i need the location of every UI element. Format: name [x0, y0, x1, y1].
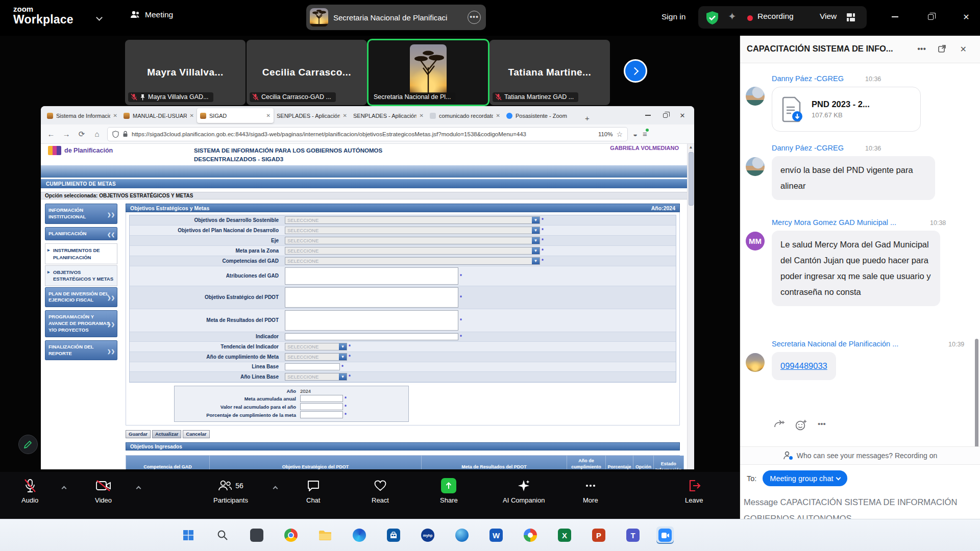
recipient-selector[interactable]: Meeting group chat: [763, 470, 847, 486]
tab-close-icon[interactable]: ✕: [343, 113, 347, 118]
sidebar-item-plan-inversion[interactable]: PLAN DE INVERSIÓN DEL EJERCICIO FISCAL❯❯: [45, 287, 117, 308]
new-tab-button[interactable]: +: [580, 114, 595, 124]
chevron-down-icon[interactable]: [96, 14, 103, 21]
leave-button[interactable]: Leave: [685, 478, 703, 504]
message-more-icon[interactable]: •••: [818, 419, 826, 431]
message-sender[interactable]: Danny Páez -CGREG: [772, 144, 844, 152]
participant-tile[interactable]: Cecilia Carrasco... Cecilia Carrasco-GAD…: [247, 40, 367, 105]
reload-icon[interactable]: ⟳: [77, 130, 87, 139]
pnd-select[interactable]: SELECCIONE▼: [285, 227, 540, 234]
browser-close-button[interactable]: ✕: [674, 109, 691, 122]
cancelar-button[interactable]: Cancelar: [183, 430, 209, 438]
ai-companion-icon[interactable]: ✦: [728, 10, 737, 22]
taskbar-app-powerpoint[interactable]: P: [590, 527, 607, 544]
taskbar-app-dark[interactable]: [248, 527, 265, 544]
emoji-reaction-icon[interactable]: [795, 419, 807, 431]
actualizar-button[interactable]: Actualizar: [152, 430, 181, 438]
security-shield-icon[interactable]: [705, 11, 719, 25]
indicador-input[interactable]: [285, 333, 458, 340]
browser-tab[interactable]: MANUAL-DE-USUARIO-SIGAD_✕: [120, 108, 197, 123]
taskbar-app-browser[interactable]: [453, 527, 471, 544]
eje-select[interactable]: SELECCIONE▼: [285, 237, 540, 244]
taskbar-app-teams[interactable]: T: [624, 527, 642, 544]
taskbar-app-myhp[interactable]: myhp: [419, 527, 436, 544]
anio-cumplimiento-select[interactable]: SELECCIONE▼: [285, 353, 347, 361]
audio-button[interactable]: Audio: [21, 478, 38, 504]
participants-button[interactable]: 56 Participants: [213, 478, 248, 504]
taskbar-app-store[interactable]: [385, 527, 402, 544]
chat-scrollbar-thumb[interactable]: [975, 339, 978, 464]
page-scrollbar[interactable]: ▲: [687, 144, 694, 469]
sidebar-item-instrumentos-planificacion[interactable]: INSTRUMENTOS DE PLANIFICACIÓN: [45, 243, 117, 264]
tab-close-icon[interactable]: ✕: [496, 113, 500, 118]
scrollbar-thumb[interactable]: [689, 152, 694, 206]
participant-tile[interactable]: Mayra Villalva... Mayra Villalva GAD...: [125, 40, 246, 105]
url-field[interactable]: https://sigad3cloud.planificacion.gob.ec…: [107, 127, 628, 141]
meta-pdot-textarea[interactable]: [285, 310, 458, 331]
sidebar-item-planificacion[interactable]: PLANIFICACIÓN❮❮: [45, 227, 117, 241]
sidebar-item-programacion-avance[interactable]: PROGRAMACIÓN Y AVANCE DE PROGRAMAS Y/O P…: [45, 310, 117, 337]
visibility-notice[interactable]: Who can see your messages? Recording on: [740, 446, 980, 465]
guardar-button[interactable]: Guardar: [126, 430, 151, 438]
pop-out-icon[interactable]: [938, 44, 946, 53]
browser-restore-button[interactable]: [656, 109, 674, 122]
browser-tab[interactable]: SENPLADES - Aplicación de Admini✕: [350, 108, 427, 123]
close-button[interactable]: ✕: [958, 9, 975, 24]
chat-more-icon[interactable]: •••: [917, 44, 926, 54]
minimize-button[interactable]: [886, 9, 903, 24]
video-options-caret[interactable]: [137, 483, 140, 492]
meeting-title-pill[interactable]: Secretaria Nacional de Planificaci •••: [306, 5, 486, 30]
start-button[interactable]: [180, 527, 197, 544]
recording-label[interactable]: Recording: [757, 12, 794, 21]
share-button[interactable]: Share: [440, 478, 458, 504]
taskbar-app-google[interactable]: [522, 527, 539, 544]
view-grid-icon[interactable]: [846, 13, 855, 22]
view-button[interactable]: View: [820, 12, 837, 21]
tab-close-icon[interactable]: ✕: [190, 113, 194, 118]
tab-close-icon[interactable]: ✕: [420, 113, 424, 118]
more-options-icon[interactable]: •••: [468, 11, 481, 24]
tendencia-select[interactable]: SELECCIONE▼: [285, 343, 347, 350]
search-button[interactable]: [214, 527, 231, 544]
taskbar-app-zoom-active[interactable]: [656, 527, 674, 544]
message-sender[interactable]: Secretaria Nacional de Planificación ...: [772, 340, 898, 348]
valor-real-input[interactable]: [300, 403, 343, 410]
sidebar-item-informacion-institucional[interactable]: INFORMACIÓN INSTITUCIONAL❯❯: [45, 204, 117, 224]
chat-close-icon[interactable]: ✕: [960, 44, 967, 54]
message-sender[interactable]: Danny Páez -CGREG: [772, 74, 844, 83]
linea-base-input[interactable]: [285, 363, 340, 370]
message-sender[interactable]: Mercy Mora Gomez GAD Municipal ...: [772, 218, 896, 227]
tab-meeting[interactable]: Meeting: [130, 10, 173, 19]
restore-button[interactable]: [922, 9, 939, 24]
browser-tab[interactable]: comunicado recordatorio SIGAD 20✕: [427, 108, 503, 123]
browser-tab[interactable]: Sistema de Información para lo✕: [44, 108, 120, 123]
meta-zona-select[interactable]: SELECCIONE▼: [285, 247, 540, 255]
participants-options-caret[interactable]: [274, 483, 277, 492]
scroll-up-icon[interactable]: ▲: [688, 144, 694, 151]
browser-tab-active[interactable]: SIGAD✕: [197, 108, 274, 123]
browser-tab[interactable]: Posasistente - Zoom: [503, 108, 580, 123]
back-icon[interactable]: ←: [46, 130, 56, 138]
react-button[interactable]: React: [372, 478, 389, 504]
meta-acumulada-input[interactable]: [300, 395, 343, 402]
porcentaje-input[interactable]: [300, 411, 343, 418]
ods-select[interactable]: SELECCIONE▼: [285, 216, 540, 224]
sidebar-item-objetivos-estrategicos[interactable]: OBJETIVOS ESTRATÉGICOS Y METAS: [45, 265, 117, 286]
audio-options-caret[interactable]: [62, 483, 66, 492]
taskbar-app-excel[interactable]: X: [556, 527, 573, 544]
home-icon[interactable]: ⌂: [92, 130, 102, 138]
file-attachment-card[interactable]: PND 2023 - 2... 107.67 KB: [772, 87, 921, 132]
page-zoom-level[interactable]: 110%: [598, 131, 613, 137]
sidebar-item-finalizacion-reporte[interactable]: FINALIZACIÓN DEL REPORTE❯❯: [45, 340, 117, 361]
tab-close-icon[interactable]: ✕: [266, 113, 271, 118]
browser-tab[interactable]: SENPLADES - Aplicación de Admini✕: [274, 108, 350, 123]
objetivo-pdot-textarea[interactable]: [285, 287, 458, 308]
anio-linea-base-select[interactable]: SELECCIONE▼: [285, 373, 347, 381]
more-button[interactable]: More: [583, 478, 598, 504]
taskbar-app-word[interactable]: W: [487, 527, 505, 544]
ai-companion-button[interactable]: AI Companion: [503, 478, 545, 504]
chat-button[interactable]: Chat: [306, 478, 320, 504]
atribuciones-textarea[interactable]: [285, 267, 458, 285]
bookmark-star-icon[interactable]: ☆: [616, 130, 623, 138]
reply-icon[interactable]: [774, 419, 785, 430]
